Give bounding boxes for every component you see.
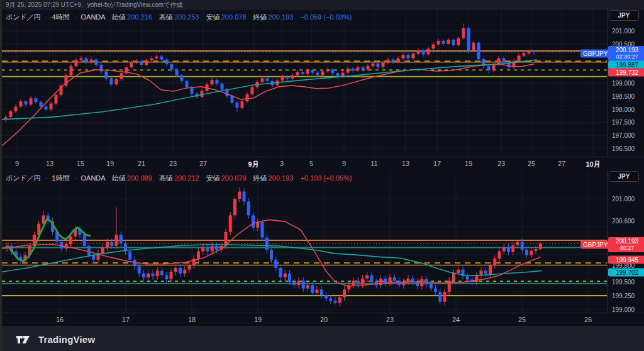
open-value: 200.216 xyxy=(127,13,152,21)
time-tick: 13 xyxy=(46,160,53,167)
time-tick: 9月 xyxy=(248,160,258,169)
close-label: 終値 xyxy=(253,13,267,21)
price-tick: 198.500 xyxy=(612,92,635,99)
time-axis-4h[interactable]: 91315192123279月3591113171923252710月 xyxy=(2,157,644,170)
grid xyxy=(2,9,607,157)
currency-button-jpy[interactable]: JPY xyxy=(609,171,639,182)
high-label: 高値 xyxy=(159,13,173,21)
time-tick: 17 xyxy=(433,160,441,167)
open-label: 始値 xyxy=(112,174,126,182)
high-value: 200.253 xyxy=(174,13,199,21)
bar-countdown: 30:27 xyxy=(608,245,644,252)
current-price-label: 200.19302:30:27 xyxy=(608,46,644,61)
time-tick: 23 xyxy=(497,160,505,167)
low-label: 安値 xyxy=(206,174,220,182)
time-tick: 27 xyxy=(199,160,207,167)
time-tick: 25 xyxy=(528,160,535,167)
close-label: 終値 xyxy=(253,174,267,182)
change-value: −0.059 (−0.03%) xyxy=(300,13,352,21)
price-axis-4h[interactable]: 201.000200.500199.000198.500198.000197.5… xyxy=(607,9,644,157)
price-tick: 201.000 xyxy=(612,28,635,35)
high-label: 高値 xyxy=(159,174,173,182)
low-label: 安値 xyxy=(206,13,220,21)
time-tick: 10月 xyxy=(586,160,600,169)
change-value: +0.103 (+0.05%) xyxy=(300,174,352,182)
time-tick: 25 xyxy=(518,316,526,323)
indicator-price-label: 199.945 xyxy=(608,256,644,264)
indicator-price-label: 199.702 xyxy=(608,269,644,277)
time-tick: 11 xyxy=(370,160,377,167)
symbol-tag: GBPJPY xyxy=(580,241,610,249)
legend-separator: · xyxy=(45,174,48,182)
price-tick: 199.500 xyxy=(612,279,635,286)
time-tick: 16 xyxy=(56,316,64,323)
price-tick: 199.250 xyxy=(612,292,635,299)
chart-canvas-1h[interactable] xyxy=(2,170,607,313)
legend-4h[interactable]: ポンド／円 · 4時間 · OANDA 始値200.216 高値200.253 … xyxy=(6,13,352,22)
time-tick: 5 xyxy=(309,160,313,167)
high-value: 200.212 xyxy=(174,174,199,182)
interval-label[interactable]: 4時間 xyxy=(52,13,70,21)
time-tick: 13 xyxy=(402,160,409,167)
legend-separator: · xyxy=(74,13,77,21)
bar-countdown: 02:30:27 xyxy=(608,53,644,60)
time-tick: 19 xyxy=(465,160,472,167)
time-tick: 20 xyxy=(320,316,328,323)
time-axis-1h[interactable]: 161718192023242526 xyxy=(2,313,644,326)
price-axis-1h[interactable]: 201.000200.600199.800199.500199.250199.0… xyxy=(607,170,644,313)
time-tick: 23 xyxy=(386,316,394,323)
price-tick: 197.000 xyxy=(612,132,635,139)
close-value: 200.193 xyxy=(269,13,294,21)
price-tick: 197.500 xyxy=(612,119,635,126)
exchange-label: OANDA xyxy=(81,13,106,21)
currency-button-jpy[interactable]: JPY xyxy=(609,10,639,21)
price-tick: 199.000 xyxy=(612,306,635,313)
time-tick: 9 xyxy=(342,160,346,167)
time-tick: 27 xyxy=(558,160,565,167)
indicator-price-label: 199.732 xyxy=(608,69,644,77)
symbol-title[interactable]: ポンド／円 xyxy=(6,13,41,21)
time-tick: 3 xyxy=(280,160,284,167)
time-tick: 21 xyxy=(138,160,145,167)
close-value: 200.193 xyxy=(269,174,294,182)
low-value: 200.079 xyxy=(221,174,247,182)
attribution-text: 9月 25, 2025 07:29 UTC+9、yohei-fxがTrading… xyxy=(6,1,182,8)
low-value: 200.078 xyxy=(221,13,247,21)
tradingview-logo-icon[interactable] xyxy=(16,333,33,347)
time-tick: 23 xyxy=(169,160,177,167)
tradingview-brand-text[interactable]: TradingView xyxy=(38,334,95,345)
symbol-title[interactable]: ポンド／円 xyxy=(6,174,41,182)
grid xyxy=(2,170,607,313)
legend-separator: · xyxy=(74,174,77,182)
time-tick: 9 xyxy=(15,160,19,167)
price-tick: 199.000 xyxy=(612,80,635,87)
interval-label[interactable]: 1時間 xyxy=(52,174,70,182)
time-tick: 26 xyxy=(584,316,592,323)
tradingview-export: 9月 25, 2025 07:29 UTC+9、yohei-fxがTrading… xyxy=(0,0,644,351)
legend-separator: · xyxy=(45,13,48,21)
attribution-bar: 9月 25, 2025 07:29 UTC+9、yohei-fxがTrading… xyxy=(2,0,644,9)
footer-bar: TradingView xyxy=(2,326,644,351)
time-tick: 15 xyxy=(77,160,84,167)
current-price-label: 200.19330:27 xyxy=(608,237,644,252)
legend-1h[interactable]: ポンド／円 · 1時間 · OANDA 始値200.089 高値200.212 … xyxy=(6,174,352,183)
time-tick: 19 xyxy=(254,316,262,323)
symbol-tag: GBPJPY xyxy=(580,50,610,58)
time-tick: 18 xyxy=(188,316,196,323)
time-tick: 17 xyxy=(122,316,130,323)
exchange-label: OANDA xyxy=(81,174,106,182)
open-value: 200.089 xyxy=(127,174,152,182)
time-tick: 19 xyxy=(106,160,114,167)
price-lines xyxy=(2,51,607,77)
open-label: 始値 xyxy=(112,13,126,21)
time-tick: 24 xyxy=(452,316,460,323)
price-tick: 201.000 xyxy=(612,196,635,203)
price-tick: 196.500 xyxy=(612,145,635,152)
price-tick: 200.600 xyxy=(612,218,635,225)
price-tick: 198.000 xyxy=(612,106,635,113)
chart-canvas-4h[interactable] xyxy=(2,9,607,157)
